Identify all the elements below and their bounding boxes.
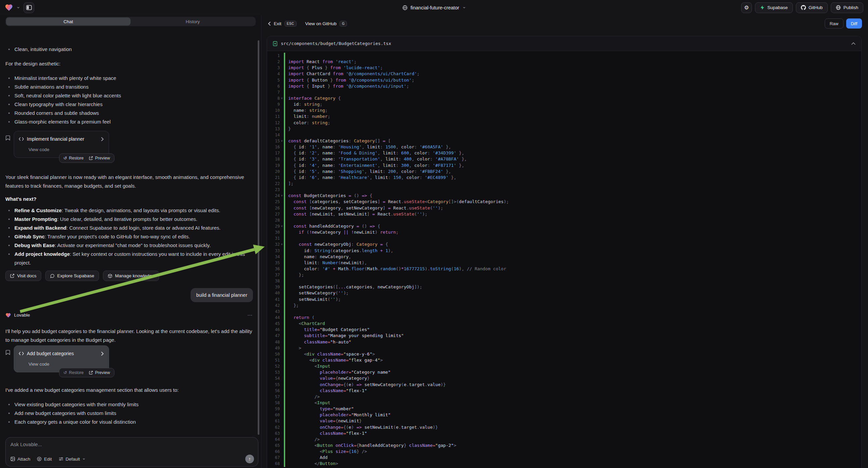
code-line: 58 <Input xyxy=(267,400,861,406)
code-line: 10 name: string; xyxy=(267,108,861,114)
message-menu-icon[interactable]: ⋯ xyxy=(247,311,253,320)
code-line: 34 name: newCategory, xyxy=(267,254,861,260)
chat-history-tabs: Chat History xyxy=(5,17,256,26)
next-step-item: Refine & Customize: Tweak the design, an… xyxy=(5,206,253,215)
user-message: build a financial planner xyxy=(191,288,253,302)
preview-button[interactable]: Preview xyxy=(89,368,110,377)
g-key-badge: G xyxy=(340,21,347,27)
code-line: 65 <Button onClick={handleAddCategory} c… xyxy=(267,442,861,448)
top-bar: financial-future-creator ⚙ Supabase GitH… xyxy=(0,0,868,15)
explore-supabase-button[interactable]: Explore Supabase xyxy=(45,271,99,281)
restore-button[interactable]: ↺ Restore xyxy=(63,368,84,377)
code-line: 59 type="number" xyxy=(267,406,861,412)
project-globe-icon xyxy=(402,5,407,10)
list-item: Add new budget categories with custom li… xyxy=(5,409,253,418)
code-line: 28 xyxy=(267,217,861,223)
assistant-summary: Your sleek financial planner is now read… xyxy=(5,173,253,191)
github-button[interactable]: GitHub xyxy=(796,2,828,13)
code-line: 2import React from 'react'; xyxy=(267,59,861,65)
code-line: 23 xyxy=(267,187,861,193)
view-on-github-button[interactable]: View on GitHub G xyxy=(305,21,347,27)
chat-scroll-area[interactable]: Clean, intuitive navigation For the desi… xyxy=(0,41,261,437)
quick-actions-row: Visit docs Explore Supabase Manage knowl… xyxy=(5,271,253,281)
manage-knowledge-button[interactable]: Manage knowledge xyxy=(103,271,159,281)
edit-mode-button[interactable]: Edit xyxy=(37,457,52,462)
bookmark-icon[interactable] xyxy=(5,350,10,355)
list-item: Minimalist interface with plenty of whit… xyxy=(5,74,253,83)
lovable-app: financial-future-creator ⚙ Supabase GitH… xyxy=(0,0,868,468)
code-line: 36 color: '#' + Math.floor(Math.random()… xyxy=(267,266,861,272)
code-icon xyxy=(19,351,24,355)
code-line: 39 setCategories([...categories, newCate… xyxy=(267,284,861,290)
workspace-chevron-icon[interactable] xyxy=(17,6,20,9)
lovable-logo-icon[interactable] xyxy=(5,4,13,11)
code-line: 29∨ const handleAddCategory = () => { xyxy=(267,223,861,229)
code-lines: 12import React from 'react';3import { Pl… xyxy=(267,51,861,467)
edit-card-title: Implement financial planner xyxy=(27,135,98,143)
raw-toggle-button[interactable]: Raw xyxy=(825,19,843,29)
model-selector[interactable]: Default xyxy=(59,457,86,462)
edit-card-implement-financial-planner[interactable]: Implement financial planner View code ↺ … xyxy=(14,131,109,158)
toggle-sidebar-button[interactable] xyxy=(24,2,34,13)
view-code-link[interactable]: View code xyxy=(29,145,104,154)
code-line: 53 placeholder="Category name" xyxy=(267,369,861,375)
code-line: 6import { Input } from '@/components/ui/… xyxy=(267,83,861,89)
code-line: 55 onChange={(e) => setNewCategory(e.tar… xyxy=(267,382,861,388)
settings-button[interactable]: ⚙ xyxy=(741,2,752,13)
chat-scrollbar[interactable] xyxy=(258,40,259,435)
project-name: financial-future-creator xyxy=(410,5,459,10)
code-line: 45 <ChartCard xyxy=(267,321,861,327)
code-line: 24∨const BudgetCategories = () => { xyxy=(267,193,861,199)
diff-toggle-button[interactable]: Diff xyxy=(846,19,862,29)
code-line: 38 xyxy=(267,278,861,284)
external-link-icon xyxy=(89,156,93,160)
code-line: 68 </Button> xyxy=(267,461,861,467)
tab-history[interactable]: History xyxy=(130,18,255,26)
file-header[interactable]: src/components/budget/BudgetCategories.t… xyxy=(267,36,861,51)
code-line: 41 setNewLimit(''); xyxy=(267,296,861,302)
visit-docs-button[interactable]: Visit docs xyxy=(5,271,41,281)
edit-card-add-budget-categories[interactable]: Add budget categories View code ↺ Restor… xyxy=(14,346,109,372)
list-item: Glass-morphic elements for a premium fee… xyxy=(5,117,253,126)
chat-input[interactable]: Ask Lovable... xyxy=(10,441,253,447)
list-item: Subtle animations and transitions xyxy=(5,83,253,91)
code-line: 44 return ( xyxy=(267,315,861,321)
code-line: 49 > xyxy=(267,345,861,351)
collapse-chevron-up-icon[interactable] xyxy=(851,42,856,45)
attach-button[interactable]: Attach xyxy=(10,457,30,462)
project-switcher[interactable]: financial-future-creator xyxy=(402,0,466,15)
code-view-panel: Exit ESC View on GitHub G Raw Diff src/c… xyxy=(262,15,868,468)
list-item: Clean typography with clear hierarchies xyxy=(5,100,253,109)
code-line: 7 xyxy=(267,89,861,95)
next-step-item: Add project knowledge: Set key context o… xyxy=(5,250,253,267)
code-line: 43 xyxy=(267,309,861,315)
code-line: 1 xyxy=(267,53,861,59)
code-line: 42 }; xyxy=(267,302,861,309)
card-hover-actions: ↺ Restore Preview xyxy=(59,368,115,377)
code-line: 37 }; xyxy=(267,272,861,278)
restore-button[interactable]: ↺ Restore xyxy=(63,154,84,163)
chevron-right-icon xyxy=(101,137,104,141)
code-line: 60 placeholder="Monthly limit" xyxy=(267,412,861,418)
supabase-bolt-icon xyxy=(760,5,765,10)
exit-button[interactable]: Exit ESC xyxy=(268,21,297,27)
code-line: 64 /> xyxy=(267,436,861,442)
code-line: 12 color: string; xyxy=(267,120,861,126)
chevron-down-icon xyxy=(82,457,86,461)
tab-chat[interactable]: Chat xyxy=(6,18,130,26)
image-icon xyxy=(10,457,15,461)
code-line: 8∨interface Category { xyxy=(267,95,861,101)
chevron-right-icon xyxy=(101,351,104,356)
code-line: 46 title="Budget Categories" xyxy=(267,327,861,333)
view-code-link[interactable]: View code xyxy=(29,360,104,369)
send-button[interactable]: ↑ xyxy=(245,455,254,463)
code-line: 4import ChartCard from '@/components/ui/… xyxy=(267,71,861,77)
code-line: 35 limit: Number(newLimit), xyxy=(267,260,861,266)
supabase-button[interactable]: Supabase xyxy=(755,2,793,13)
list-item: Soft, neutral color palette with light b… xyxy=(5,91,253,100)
code-line: 14 xyxy=(267,132,861,138)
publish-button[interactable]: Publish xyxy=(831,2,863,13)
preview-button[interactable]: Preview xyxy=(89,154,110,163)
code-line: 63 className="flex-1" xyxy=(267,430,861,436)
bookmark-icon[interactable] xyxy=(5,135,10,141)
